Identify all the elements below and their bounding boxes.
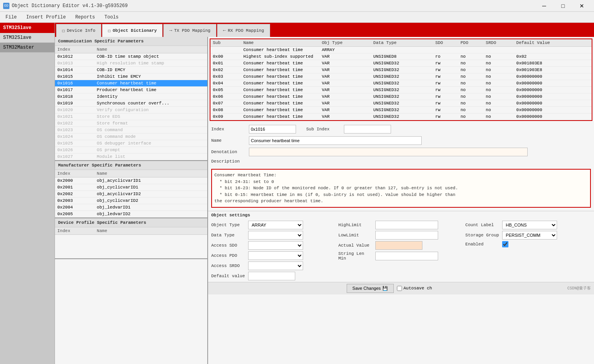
comm-table-row[interactable]: 0x1013High resolution time stamp [55,60,207,67]
count-label-select[interactable]: HB_CONS [502,221,557,229]
object-table-row[interactable]: Consumer heartbeat time ARRAY [210,47,592,53]
obj-name: Consumer heartbeat time [241,67,320,73]
comm-table-row[interactable]: 0x1017Producer heartbeat time [55,87,207,93]
comm-table-row[interactable]: 0x1019Synchronous counter overf... [55,100,207,107]
device-profile-tbody [55,235,207,258]
comm-table-row[interactable]: 0x1025OS debugger interface [55,140,207,147]
autosave-checkbox[interactable] [397,286,402,291]
menu-reports[interactable]: Reports [71,13,99,22]
mfr-table-row[interactable]: 0x2000obj_acyclicvarID1 [55,177,207,184]
object-table-row[interactable]: 0x05 Consumer heartbeat time VAR UNSIGNE… [210,87,592,93]
window-controls: ─ □ ✕ [535,0,591,12]
object-table-row[interactable]: 0x01 Consumer heartbeat time VAR UNSIGNE… [210,60,592,67]
object-type-row: Object Type ARRAY [211,221,337,229]
comm-table-row[interactable]: 0x1024OS command mode [55,134,207,140]
data-type-select[interactable] [248,231,303,240]
save-changes-button[interactable]: Save Changes 💾 [347,284,394,293]
mfr-table-row[interactable]: 0x2005obj_ledvarID2 [55,211,207,218]
name-input[interactable] [249,136,422,145]
close-button[interactable]: ✕ [573,0,591,12]
enabled-checkbox[interactable] [502,241,508,247]
col-sdo: SDO [433,39,458,47]
default-value-input[interactable] [248,272,295,280]
object-table-row[interactable]: 0x06 Consumer heartbeat time VAR UNSIGNE… [210,93,592,100]
obj-default-value: 0x00000000 [514,93,592,100]
comm-table-row[interactable]: 0x1014COB-ID EMCY [55,67,207,73]
maximize-button[interactable]: □ [554,0,572,12]
menu-insert-profile[interactable]: Insert Profile [22,13,70,22]
comm-table-row[interactable]: 0x1012COB-ID time stamp object [55,53,207,60]
denotation-input[interactable] [249,148,528,156]
comm-table-row[interactable]: 0x1015Inhibit time EMCY [55,73,207,80]
tab-device-info[interactable]: ☐ Device Info [56,24,101,37]
object-table-row[interactable]: 0x03 Consumer heartbeat time VAR UNSIGNE… [210,73,592,80]
obj-data-type [371,47,433,53]
minimize-button[interactable]: ─ [535,0,553,12]
mfr-table-row[interactable]: 0x2001obj_cyclicvarID1 [55,184,207,191]
comm-index: 0x1027 [55,154,95,160]
subindex-input[interactable] [344,125,391,134]
comm-index: 0x1025 [55,140,95,147]
obj-sub: 0x00 [210,53,241,60]
tab-rx-pdo[interactable]: ← RX PDO Mapping [217,24,270,37]
object-type-select[interactable]: ARRAY [248,221,303,229]
mfr-index: 0x2004 [55,204,95,211]
mfr-table-row[interactable]: 0x2002obj_acyclicvarID2 [55,191,207,198]
access-srdo-select[interactable] [248,262,303,270]
obj-name: Consumer heartbeat time [241,73,320,80]
access-pdo-select[interactable] [248,251,303,260]
comm-table-row[interactable]: 0x1016Consumer heartbeat time [55,80,207,87]
comm-name: Module list [95,154,207,160]
dev-col-name: Name [95,227,207,235]
comm-table-row[interactable]: 0x1020Verify configuration [55,107,207,113]
sidebar-item-stm32slave[interactable]: STM32Slave [0,33,55,43]
high-limit-row: HighLimit [338,221,464,229]
object-table-row[interactable]: 0x02 Consumer heartbeat time VAR UNSIGNE… [210,67,592,73]
comm-name: Store format [95,120,207,127]
access-sdo-select[interactable] [248,241,303,250]
col-default-value: Default Value [514,39,592,47]
high-limit-input[interactable] [375,221,438,229]
object-dict-icon: ☐ [108,28,111,34]
data-type-label: Data Type [211,233,247,238]
low-limit-input[interactable] [375,231,438,240]
sidebar-item-stm32master[interactable]: STM32Master [0,43,55,53]
mfr-table-row[interactable]: 0x2004obj_ledvarID1 [55,204,207,211]
object-table-row[interactable]: 0x00 Highest sub-index supported VAR UNS… [210,53,592,60]
denotation-label: Denotation [211,150,247,154]
low-limit-row: LowLimit [338,231,464,240]
obj-default-value: 0x00000000 [514,73,592,80]
index-input[interactable] [249,125,296,134]
object-table-row[interactable]: 0x04 Consumer heartbeat time VAR UNSIGNE… [210,80,592,87]
storage-group-select[interactable]: PERSIST_COMM [502,231,557,240]
string-len-min-input[interactable] [375,252,438,260]
menu-file[interactable]: File [2,13,21,22]
obj-srdo: no [483,67,514,73]
comm-table-row[interactable]: 0x1022Store format [55,120,207,127]
object-table-row[interactable]: 0x07 Consumer heartbeat time VAR UNSIGNE… [210,100,592,107]
col-sub: Sub [210,39,241,47]
comm-table-row[interactable]: 0x1018Identity [55,93,207,100]
comm-table-row[interactable]: 0x1021Store EDS [55,113,207,120]
object-table-row[interactable]: 0x08 Consumer heartbeat time VAR UNSIGNE… [210,107,592,113]
denotation-row: Denotation [211,148,591,156]
col-data-type: Data Type [371,39,433,47]
obj-pdo: no [458,73,483,80]
description-box: Consumer Heartbeat Time: * bit 24-31: se… [211,169,591,208]
obj-sdo: rw [433,100,458,107]
tab-tx-pdo[interactable]: → TX PDO Mapping [163,24,216,37]
col-obj-type: Obj Type [320,39,371,47]
obj-type: VAR [320,67,371,73]
settings-grid: Object Type ARRAY Data Type [208,219,594,282]
comm-index: 0x1024 [55,134,95,140]
comm-name: OS prompt [95,147,207,154]
tab-object-dictionary[interactable]: ☐ Object Dictionary [102,24,163,37]
object-table-row[interactable]: 0x09 Consumer heartbeat time VAR UNSIGNE… [210,113,592,120]
name-row: Name [211,136,591,145]
mfr-table-row[interactable]: 0x2003obj_cyclicvarID2 [55,198,207,204]
comm-table-row[interactable]: 0x1023OS command [55,127,207,134]
menu-tools[interactable]: Tools [101,13,122,22]
comm-table-row[interactable]: 0x1026OS prompt [55,147,207,154]
actual-value-input[interactable] [375,241,422,250]
comm-table-row[interactable]: 0x1027Module list [55,154,207,160]
